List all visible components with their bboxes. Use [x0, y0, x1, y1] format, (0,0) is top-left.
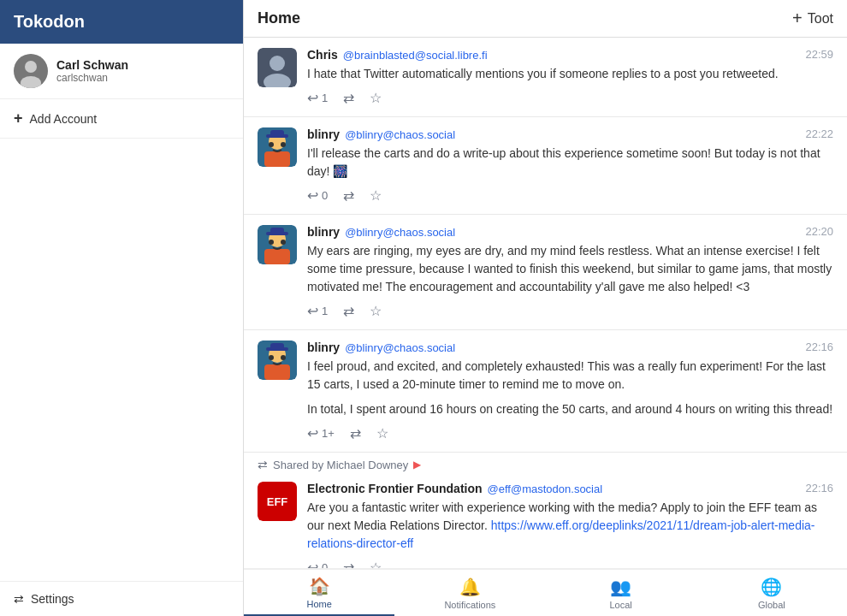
- bell-icon: 🔔: [459, 577, 481, 597]
- app-title: Tokodon: [14, 12, 85, 32]
- post-text: I'll release the carts and do a write-up…: [307, 145, 833, 181]
- reply-count: 0: [322, 189, 328, 202]
- favorite-button[interactable]: ☆: [370, 90, 382, 106]
- toot-label: Toot: [808, 11, 833, 27]
- post-time: 22:16: [805, 341, 833, 353]
- post-actions: ↩ 0 ⇄ ☆: [307, 560, 833, 568]
- boost-button[interactable]: ⇄: [343, 560, 354, 568]
- shared-by-text: Shared by Michael Downey: [273, 459, 408, 471]
- retweet-icon: ⇄: [258, 458, 268, 471]
- svg-rect-22: [264, 364, 290, 380]
- avatar: [14, 54, 48, 88]
- reply-count: 1: [322, 92, 328, 104]
- favorite-button[interactable]: ☆: [370, 187, 382, 204]
- main-content: Home + Toot C: [244, 0, 847, 616]
- reply-button[interactable]: ↩ 1+: [307, 425, 335, 441]
- post-text: Are you a fantastic writer with experien…: [307, 499, 833, 553]
- nav-home[interactable]: 🏠 Home: [244, 570, 394, 616]
- post-header: blinry @blinry@chaos.social 22:16: [307, 341, 833, 354]
- reply-icon: ↩: [307, 90, 318, 106]
- post-author: Chris @brainblasted@social.libre.fi: [307, 48, 488, 62]
- nav-home-label: Home: [306, 599, 331, 609]
- boost-button[interactable]: ⇄: [343, 187, 354, 204]
- account-item[interactable]: Carl Schwan carlschwan: [0, 44, 243, 99]
- star-icon: ☆: [376, 425, 388, 441]
- svg-point-17: [281, 240, 286, 245]
- boost-button[interactable]: ⇄: [343, 303, 354, 319]
- post-author: Electronic Frontier Foundation @eff@mast…: [307, 482, 602, 495]
- avatar: [258, 225, 297, 264]
- reply-button[interactable]: ↩ 1: [307, 90, 328, 106]
- post-time: 22:20: [805, 225, 833, 238]
- post-header: blinry @blinry@chaos.social 22:20: [307, 225, 833, 239]
- reply-icon: ↩: [307, 425, 318, 441]
- table-row: Chris @brainblasted@social.libre.fi 22:5…: [244, 38, 847, 117]
- post: EFF Electronic Frontier Foundation @eff@…: [244, 471, 847, 568]
- post-author-name: blinry: [307, 341, 340, 354]
- add-account-button[interactable]: + Add Account: [0, 99, 243, 139]
- post-body: Chris @brainblasted@social.libre.fi 22:5…: [307, 48, 833, 106]
- account-handle: carlschwan: [56, 72, 128, 84]
- post-author-handle: @blinry@chaos.social: [345, 341, 455, 354]
- nav-notifications[interactable]: 🔔 Notifications: [394, 570, 545, 616]
- nav-global-label: Global: [758, 600, 785, 610]
- post-actions: ↩ 1 ⇄ ☆: [307, 90, 833, 106]
- post-time: 22:16: [805, 482, 833, 495]
- post-author: blinry @blinry@chaos.social: [307, 127, 455, 141]
- post-header: Electronic Frontier Foundation @eff@mast…: [307, 482, 833, 495]
- reply-button[interactable]: ↩ 1: [307, 303, 328, 319]
- account-name: Carl Schwan: [56, 58, 128, 72]
- post-author-name: Electronic Frontier Foundation: [307, 482, 483, 495]
- nav-global[interactable]: 🌐 Global: [696, 570, 847, 616]
- post-text: My ears are ringing, my eyes are dry, an…: [307, 242, 833, 296]
- table-row: blinry @blinry@chaos.social 22:16 I feel…: [244, 330, 847, 453]
- boost-icon: ⇄: [343, 187, 354, 204]
- avatar: [258, 127, 297, 167]
- nav-local[interactable]: 👥 Local: [546, 570, 696, 616]
- boost-icon: ⇄: [350, 425, 361, 441]
- nav-local-label: Local: [609, 600, 631, 610]
- bottom-nav: 🏠 Home 🔔 Notifications 👥 Local 🌐 Global: [244, 568, 847, 616]
- post-text: I hate that Twitter automatically mentio…: [307, 65, 833, 83]
- settings-button[interactable]: ⇄ Settings: [0, 581, 243, 616]
- post-body: blinry @blinry@chaos.social 22:20 My ear…: [307, 225, 833, 319]
- star-icon: ☆: [370, 560, 382, 568]
- svg-rect-15: [264, 249, 290, 264]
- home-icon: 🏠: [309, 576, 330, 596]
- reply-button[interactable]: ↩ 0: [307, 560, 328, 568]
- post-time: 22:59: [805, 48, 833, 61]
- svg-rect-19: [270, 228, 284, 234]
- table-row: blinry @blinry@chaos.social 22:22 I'll r…: [244, 117, 847, 215]
- post-header: Chris @brainblasted@social.libre.fi 22:5…: [307, 48, 833, 62]
- reply-button[interactable]: ↩ 0: [307, 187, 328, 204]
- reply-count: 1: [322, 305, 328, 317]
- boost-button[interactable]: ⇄: [350, 425, 361, 441]
- settings-icon: ⇄: [14, 592, 24, 606]
- favorite-button[interactable]: ☆: [370, 560, 382, 568]
- favorite-button[interactable]: ☆: [370, 303, 382, 319]
- reply-count: 1+: [322, 427, 335, 440]
- avatar: [258, 48, 297, 87]
- post-actions: ↩ 1+ ⇄ ☆: [307, 425, 833, 441]
- post-text-1: I feel proud, and excited, and completel…: [307, 358, 833, 394]
- table-row: ⇄ Shared by Michael Downey ▶ EFF: [244, 453, 847, 568]
- account-info: Carl Schwan carlschwan: [56, 58, 128, 84]
- reply-count: 0: [322, 561, 328, 568]
- svg-point-23: [269, 355, 274, 360]
- toot-button[interactable]: + Toot: [792, 9, 833, 28]
- sidebar-header: Tokodon: [0, 0, 243, 44]
- post-header: blinry @blinry@chaos.social 22:22: [307, 127, 833, 141]
- post-author-handle: @eff@mastodon.social: [488, 483, 603, 495]
- shared-by-label: Shared by Michael Downey ▶: [273, 459, 421, 471]
- star-icon: ☆: [370, 187, 382, 204]
- post-text-2: In total, I spent around 16 hours on cre…: [307, 400, 833, 418]
- global-icon: 🌐: [761, 577, 782, 597]
- boost-button[interactable]: ⇄: [343, 90, 354, 106]
- svg-point-16: [269, 240, 274, 245]
- avatar: EFF: [258, 482, 297, 521]
- favorite-button[interactable]: ☆: [376, 425, 388, 441]
- post-author-name: blinry: [307, 225, 340, 239]
- post-author-handle: @blinry@chaos.social: [345, 128, 455, 141]
- reply-icon: ↩: [307, 303, 318, 319]
- nav-notifications-label: Notifications: [444, 600, 495, 610]
